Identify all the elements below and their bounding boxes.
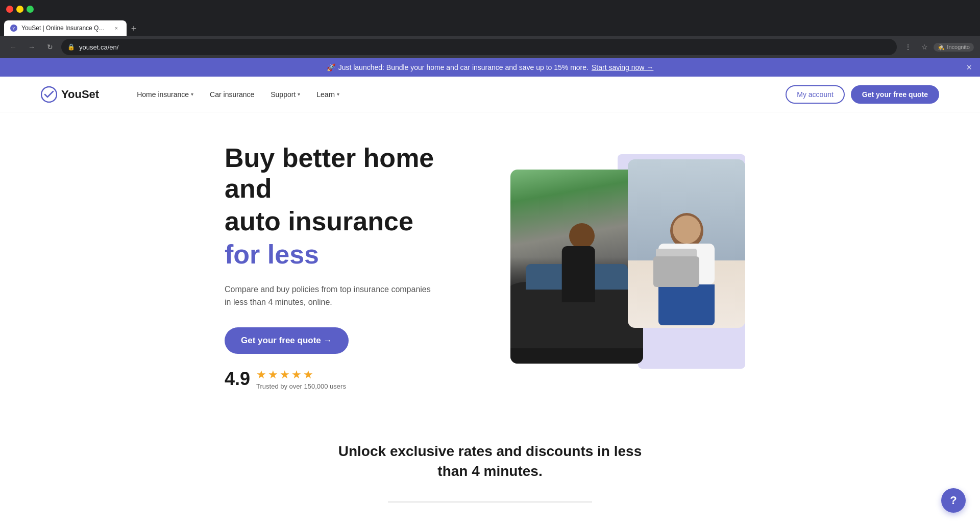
refresh-button[interactable]: ↻	[43, 40, 57, 54]
get-free-quote-nav-button[interactable]: Get your free quote	[851, 85, 939, 104]
man-body	[562, 246, 595, 302]
window-minimize-button[interactable]	[16, 6, 23, 13]
hero-car-man-photo	[510, 170, 643, 364]
nav-actions: My account Get your free quote	[786, 85, 939, 104]
logo-icon	[41, 86, 57, 103]
active-tab[interactable]: Y YouSet | Online Insurance Quo... ×	[4, 20, 127, 36]
extensions-icon[interactable]: ⋮	[901, 40, 915, 54]
unlock-divider	[388, 501, 592, 502]
tab-favicon: Y	[10, 25, 17, 32]
home-insurance-chevron-icon: ▾	[191, 91, 193, 97]
tab-bar: Y YouSet | Online Insurance Quo... × +	[0, 18, 980, 36]
nav-item-car-insurance[interactable]: Car insurance	[203, 86, 261, 103]
woman-pants	[658, 284, 715, 325]
hero-title-line2: auto insurance	[225, 206, 480, 237]
my-account-button[interactable]: My account	[786, 85, 845, 104]
rating-info: ★ ★ ★ ★ ★ Trusted by over 150,000 users	[256, 368, 346, 390]
banner-close-button[interactable]: ×	[966, 62, 972, 73]
hero-section: Buy better home and auto insurance for l…	[184, 112, 796, 411]
learn-label: Learn	[316, 90, 335, 99]
browser-titlebar	[0, 0, 980, 18]
rating-section: 4.9 ★ ★ ★ ★ ★ Trusted by over 150,000 us…	[225, 368, 480, 390]
star-3: ★	[280, 368, 290, 381]
support-label: Support	[271, 90, 296, 99]
star-5: ★	[303, 368, 313, 381]
back-button[interactable]: ←	[6, 40, 20, 54]
learn-chevron-icon: ▾	[337, 91, 339, 97]
window-close-button[interactable]	[6, 6, 13, 13]
incognito-badge: 🕵 Incognito	[934, 43, 974, 52]
announcement-text: Just launched: Bundle your home and car …	[338, 63, 589, 71]
logo-text: YouSet	[61, 88, 99, 101]
rating-label: Trusted by over 150,000 users	[256, 382, 346, 390]
address-bar[interactable]: 🔒 youset.ca/en/	[61, 39, 897, 55]
hero-woman-laptop-photo	[628, 159, 745, 328]
woman-head	[673, 215, 701, 244]
unlock-title: Unlock exclusive rates and discounts in …	[337, 441, 643, 481]
navbar: YouSet Home insurance ▾ Car insurance Su…	[0, 77, 980, 112]
rating-number: 4.9	[225, 368, 250, 390]
unlock-section: Unlock exclusive rates and discounts in …	[0, 411, 980, 523]
hero-images	[510, 154, 745, 379]
man-head	[569, 223, 595, 249]
browser-toolbar: ← → ↻ 🔒 youset.ca/en/ ⋮ ☆ 🕵 Incognito	[0, 36, 980, 58]
help-button[interactable]: ?	[941, 488, 966, 513]
support-chevron-icon: ▾	[298, 91, 300, 97]
rocket-emoji: 🚀	[327, 63, 335, 71]
tab-close-button[interactable]: ×	[112, 24, 120, 32]
stars: ★ ★ ★ ★ ★	[256, 368, 346, 381]
hero-description: Compare and buy policies from top insura…	[225, 283, 439, 309]
new-tab-button[interactable]: +	[127, 21, 141, 36]
woman-laptop	[653, 256, 699, 287]
svg-point-0	[41, 87, 57, 102]
home-insurance-label: Home insurance	[137, 90, 189, 99]
incognito-label: Incognito	[947, 44, 970, 50]
hero-cta-button[interactable]: Get your free quote →	[225, 327, 349, 354]
url-text: youset.ca/en/	[79, 43, 891, 51]
star-1: ★	[256, 368, 266, 381]
page-content: 🚀 Just launched: Bundle your home and ca…	[0, 58, 980, 523]
toolbar-icons: ⋮ ☆ 🕵 Incognito	[901, 40, 974, 54]
incognito-icon: 🕵	[938, 44, 945, 51]
star-4: ★	[291, 368, 302, 381]
hero-content: Buy better home and auto insurance for l…	[225, 143, 480, 390]
tab-title: YouSet | Online Insurance Quo...	[21, 25, 108, 32]
hero-title-accent: for less	[225, 238, 480, 270]
announcement-cta-link[interactable]: Start saving now →	[592, 63, 653, 71]
nav-item-learn[interactable]: Learn ▾	[309, 86, 347, 103]
woman-figure	[648, 215, 725, 328]
nav-item-support[interactable]: Support ▾	[263, 86, 307, 103]
window-maximize-button[interactable]	[27, 6, 34, 13]
nav-links: Home insurance ▾ Car insurance Support ▾…	[130, 86, 786, 103]
logo-link[interactable]: YouSet	[41, 86, 99, 103]
hero-title-line1: Buy better home and	[225, 143, 480, 204]
car-insurance-label: Car insurance	[210, 90, 254, 99]
bookmark-star-icon[interactable]: ☆	[917, 40, 932, 54]
announcement-banner: 🚀 Just launched: Bundle your home and ca…	[0, 58, 980, 77]
star-2: ★	[268, 368, 278, 381]
window-controls	[6, 6, 34, 13]
lock-icon: 🔒	[67, 43, 75, 51]
browser-chrome: Y YouSet | Online Insurance Quo... × + ←…	[0, 0, 980, 58]
forward-button[interactable]: →	[24, 40, 39, 54]
nav-item-home-insurance[interactable]: Home insurance ▾	[130, 86, 201, 103]
